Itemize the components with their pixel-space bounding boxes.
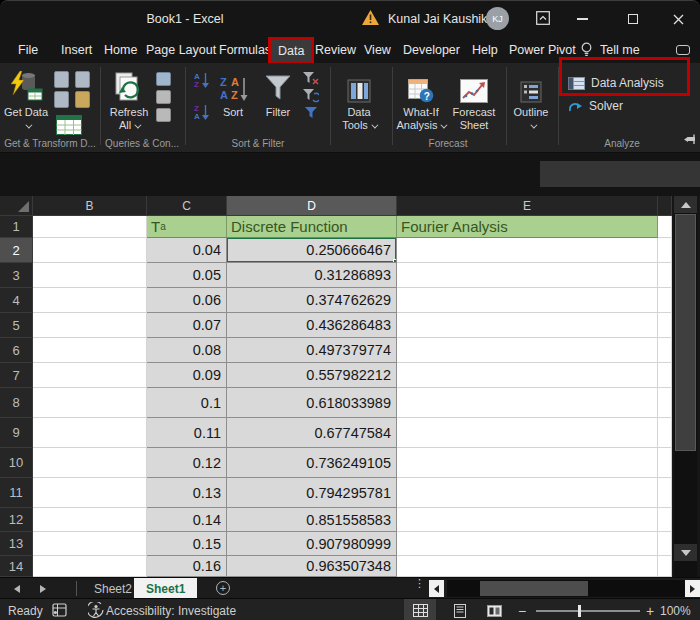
row-header-3[interactable]: 3	[0, 263, 33, 288]
menu-tab-review[interactable]: Review	[315, 43, 356, 57]
cell-e14[interactable]	[397, 556, 658, 577]
row-header-14[interactable]: 14	[0, 556, 33, 577]
menu-tab-data[interactable]: Data	[271, 40, 311, 62]
cell-c7[interactable]: 0.09	[147, 363, 227, 388]
cell-d12[interactable]: 0.851558583	[227, 508, 397, 532]
menu-tab-home[interactable]: Home	[104, 43, 137, 57]
cell-b6[interactable]	[33, 338, 147, 363]
cell-c2[interactable]: 0.04	[147, 238, 227, 263]
cell-f6[interactable]	[658, 338, 672, 363]
cell-f1[interactable]	[658, 216, 672, 238]
cell-f5[interactable]	[658, 313, 672, 338]
sort-button[interactable]: Z A A Z Sort	[212, 69, 254, 119]
existing-connections-icon[interactable]	[75, 91, 90, 108]
cell-f7[interactable]	[658, 363, 672, 388]
avatar[interactable]: KJ	[486, 7, 509, 30]
solver-button[interactable]: Solver	[568, 99, 623, 113]
menu-tab-page-layout[interactable]: Page Layout	[146, 43, 216, 57]
menu-tab-power-pivot[interactable]: Power Pivot	[509, 43, 576, 57]
column-header-b[interactable]: B	[33, 196, 147, 216]
column-header-c[interactable]: C	[147, 196, 227, 216]
sheet-tab-sheet1[interactable]: Sheet1	[134, 578, 197, 599]
cell-b14[interactable]	[33, 556, 147, 577]
accessibility-icon[interactable]	[88, 602, 104, 620]
cell-d6[interactable]: 0.497379774	[227, 338, 397, 363]
data-tools-button[interactable]: Data Tools	[336, 69, 382, 132]
cell-d10[interactable]: 0.736249105	[227, 448, 397, 478]
refresh-all-button[interactable]: Refresh All	[104, 69, 154, 132]
cell-f12[interactable]	[658, 508, 672, 532]
menu-tab-view[interactable]: View	[364, 43, 391, 57]
cell-b9[interactable]	[33, 418, 147, 448]
cell-d14[interactable]: 0.963507348	[227, 556, 397, 577]
scroll-down-button[interactable]	[674, 544, 697, 561]
zoom-slider[interactable]	[536, 610, 640, 612]
get-data-button[interactable]: Get Data	[2, 69, 50, 132]
cell-c9[interactable]: 0.11	[147, 418, 227, 448]
cell-f11[interactable]	[658, 478, 672, 508]
cell-b7[interactable]	[33, 363, 147, 388]
from-web-icon[interactable]	[54, 91, 69, 108]
cell-f8[interactable]	[658, 388, 672, 418]
cell-d11[interactable]: 0.794295781	[227, 478, 397, 508]
horizontal-scrollbar-thumb[interactable]	[480, 581, 588, 596]
recent-sources-icon[interactable]	[75, 71, 90, 88]
edit-links-icon[interactable]	[156, 108, 171, 122]
cell-e8[interactable]	[397, 388, 658, 418]
menu-tab-insert[interactable]: Insert	[61, 43, 92, 57]
what-if-analysis-button[interactable]: ? What-If Analysis	[396, 69, 446, 132]
forecast-sheet-button[interactable]: Forecast Sheet	[448, 69, 500, 132]
cell-e3[interactable]	[397, 263, 658, 288]
cell-c8[interactable]: 0.1	[147, 388, 227, 418]
comment-icon[interactable]	[676, 45, 690, 55]
tab-overflow-dots[interactable]: ⋮	[414, 581, 418, 586]
cell-d13[interactable]: 0.907980999	[227, 532, 397, 556]
queries-connections-icon[interactable]	[156, 72, 171, 86]
cell-c12[interactable]: 0.14	[147, 508, 227, 532]
cell-d9[interactable]: 0.67747584	[227, 418, 397, 448]
menu-tab-help[interactable]: Help	[472, 43, 498, 57]
accessibility-status[interactable]: Accessibility: Investigate	[106, 604, 236, 618]
row-header-13[interactable]: 13	[0, 532, 33, 556]
zoom-in-button[interactable]: +	[646, 603, 654, 619]
cell-e12[interactable]	[397, 508, 658, 532]
from-text-icon[interactable]	[54, 71, 69, 88]
menu-tab-formulas[interactable]: Formulas	[219, 43, 271, 57]
user-name[interactable]: Kunal Jai Kaushik	[388, 12, 487, 26]
data-analysis-button[interactable]: Data Analysis	[568, 76, 664, 90]
menu-tab-developer[interactable]: Developer	[403, 43, 460, 57]
zoom-slider-thumb[interactable]	[578, 605, 581, 617]
from-table-icon[interactable]	[56, 115, 82, 139]
macro-record-icon[interactable]	[52, 603, 67, 620]
cell-b12[interactable]	[33, 508, 147, 532]
vertical-scrollbar-thumb[interactable]	[675, 214, 696, 451]
minimize-button[interactable]	[562, 1, 602, 37]
row-header-7[interactable]: 7	[0, 363, 33, 388]
fill-handle[interactable]	[393, 259, 397, 263]
row-header-1[interactable]: 1	[0, 216, 33, 238]
cell-e4[interactable]	[397, 288, 658, 313]
select-all-corner[interactable]	[0, 196, 33, 216]
hscroll-right-button[interactable]	[685, 580, 700, 597]
cell-e10[interactable]	[397, 448, 658, 478]
horizontal-scrollbar[interactable]	[447, 580, 685, 597]
cell-c11[interactable]: 0.13	[147, 478, 227, 508]
cell-b2[interactable]	[33, 238, 147, 263]
row-header-9[interactable]: 9	[0, 418, 33, 448]
row-header-5[interactable]: 5	[0, 313, 33, 338]
next-sheet-icon[interactable]	[40, 585, 46, 593]
cell-d7[interactable]: 0.557982212	[227, 363, 397, 388]
properties-icon[interactable]	[156, 90, 171, 104]
row-header-2[interactable]: 2	[0, 238, 33, 263]
cell-e7[interactable]	[397, 363, 658, 388]
cell-d3[interactable]: 0.31286893	[227, 263, 397, 288]
cell-f9[interactable]	[658, 418, 672, 448]
tell-me[interactable]: Tell me	[600, 43, 640, 57]
cell-d2[interactable]: 0.250666467	[227, 238, 397, 263]
cell-c10[interactable]: 0.12	[147, 448, 227, 478]
cell-c13[interactable]: 0.15	[147, 532, 227, 556]
cell-e13[interactable]	[397, 532, 658, 556]
row-header-4[interactable]: 4	[0, 288, 33, 313]
column-header-f-sliver[interactable]	[658, 196, 672, 216]
previous-sheet-icon[interactable]	[14, 585, 20, 593]
